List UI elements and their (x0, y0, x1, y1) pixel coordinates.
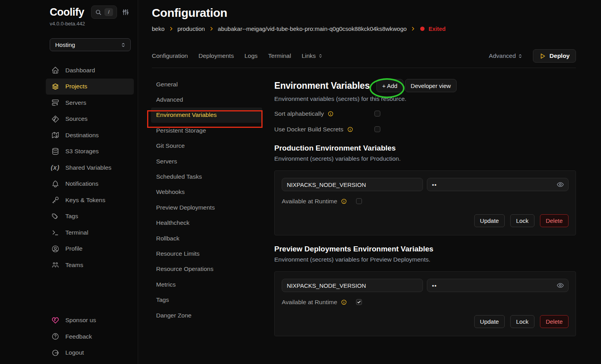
terminal-icon (51, 228, 59, 237)
subnav-item-metrics[interactable]: Metrics (151, 277, 262, 292)
env-key-input[interactable] (282, 178, 423, 191)
team-select[interactable]: Hosting (50, 38, 131, 51)
settings-subnav: General Advanced Environment Variables P… (151, 77, 262, 336)
environment-variables-panel: Environment Variables + Add Developer vi… (274, 77, 576, 336)
deploy-button[interactable]: Deploy (533, 49, 576, 63)
sidebar-item-label: Dashboard (65, 67, 95, 74)
sidebar-item-logout[interactable]: Logout (46, 345, 134, 361)
developer-view-button[interactable]: Developer view (405, 79, 457, 92)
sidebar-item-shared-variables[interactable]: (x) Shared Variables (46, 160, 134, 176)
sort-alphabetically-label: Sort alphabetically (274, 110, 324, 117)
subnav-item-scheduled-tasks[interactable]: Scheduled Tasks (151, 169, 262, 184)
tab-logs[interactable]: Logs (245, 52, 258, 59)
sort-alphabetically-row: Sort alphabetically (274, 110, 576, 118)
sidebar-item-label: Sponsor us (65, 317, 96, 324)
tab-terminal[interactable]: Terminal (268, 52, 291, 59)
sidebar-item-projects[interactable]: Projects (46, 79, 134, 95)
sidebar-item-profile[interactable]: Profile (46, 241, 134, 257)
subnav-item-resource-operations[interactable]: Resource Operations (151, 262, 262, 277)
coolify-app: Coolify / v4.0.0-beta.442 Hosting (0, 0, 601, 364)
runtime-label: Available at Runtime (282, 299, 337, 306)
sidebar-item-sources[interactable]: Sources (46, 111, 134, 127)
sidebar-item-servers[interactable]: Servers (46, 95, 134, 111)
docker-build-secrets-checkbox[interactable] (374, 126, 380, 132)
subnav-item-resource-limits[interactable]: Resource Limits (151, 246, 262, 261)
sort-alphabetically-checkbox[interactable] (374, 111, 380, 117)
play-icon (539, 53, 546, 59)
runtime-checkbox[interactable] (356, 299, 362, 305)
breadcrumb-resource[interactable]: abubakar--meigag/vid-tube-beko-pro:main-… (218, 25, 407, 32)
status-badge: Exited (428, 26, 446, 32)
env-var-card-production: Available at Runtime Update Lock Delete (274, 170, 576, 235)
update-button[interactable]: Update (474, 214, 505, 227)
tab-configuration[interactable]: Configuration (152, 52, 188, 59)
add-button[interactable]: + Add (376, 79, 403, 92)
sidebar-item-label: Projects (65, 83, 87, 90)
tab-links[interactable]: Links (302, 52, 323, 59)
subnav-item-advanced[interactable]: Advanced (151, 92, 262, 107)
deploy-label: Deploy (549, 52, 570, 59)
production-section-title: Production Environment Variables (274, 144, 576, 152)
env-key-input[interactable] (282, 279, 423, 292)
lock-button[interactable]: Lock (510, 315, 534, 328)
sidebar-item-label: Sources (65, 115, 88, 122)
info-icon[interactable] (327, 111, 334, 117)
section-title: Environment Variables (274, 81, 370, 91)
sidebar-nav: Dashboard Projects Servers Sources Desti… (0, 62, 138, 273)
tabs-row: Configuration Deployments Logs Terminal … (152, 49, 576, 63)
advanced-dropdown[interactable]: Advanced (489, 52, 523, 59)
chevron-selector-icon (120, 42, 126, 48)
advanced-label: Advanced (489, 52, 516, 59)
subnav-item-danger-zone[interactable]: Danger Zone (151, 308, 262, 323)
subnav-item-persistent-storage[interactable]: Persistent Storage (151, 123, 262, 138)
update-button[interactable]: Update (474, 315, 505, 328)
breadcrumb-environment[interactable]: production (178, 25, 205, 32)
sidebar-item-teams[interactable]: Teams (46, 257, 134, 273)
sidebar-footer: Sponsor us Feedback Logout (0, 312, 138, 361)
delete-button[interactable]: Delete (540, 315, 569, 328)
delete-button[interactable]: Delete (540, 214, 569, 227)
sidebar-item-destinations[interactable]: Destinations (46, 127, 134, 143)
env-value-input[interactable] (427, 178, 569, 191)
reveal-value-eye-icon[interactable] (556, 282, 564, 289)
env-value-input[interactable] (427, 279, 569, 292)
subnav-item-servers[interactable]: Servers (151, 154, 262, 169)
sidebar-item-feedback[interactable]: Feedback (46, 328, 134, 345)
subnav-item-rollback[interactable]: Rollback (151, 231, 262, 246)
lock-button[interactable]: Lock (510, 214, 534, 227)
info-icon[interactable] (341, 299, 347, 305)
status-dot-icon (420, 27, 425, 31)
docker-build-secrets-row: Use Docker Build Secrets (274, 126, 576, 133)
sidebar-item-label: Feedback (65, 333, 92, 340)
runtime-checkbox[interactable] (356, 198, 362, 204)
subnav-item-general[interactable]: General (151, 77, 262, 92)
info-icon[interactable] (341, 198, 347, 204)
runtime-row: Available at Runtime (282, 298, 569, 306)
sidebar-item-label: Profile (65, 245, 83, 252)
sidebar-item-keys-tokens[interactable]: Keys & Tokens (46, 192, 134, 208)
git-source-icon (51, 115, 59, 123)
sidebar-item-tags[interactable]: Tags (46, 208, 134, 225)
sidebar-item-dashboard[interactable]: Dashboard (46, 62, 134, 79)
sidebar-item-s3-storages[interactable]: S3 Storages (46, 143, 134, 160)
app-logo[interactable]: Coolify (50, 6, 84, 18)
subnav-item-webhooks[interactable]: Webhooks (151, 185, 262, 200)
subnav-item-tags[interactable]: Tags (151, 292, 262, 307)
reveal-value-eye-icon[interactable] (556, 181, 564, 188)
sidebar-item-sponsor-us[interactable]: Sponsor us (46, 312, 134, 329)
subnav-item-healthcheck[interactable]: Healthcheck (151, 215, 262, 231)
tab-deployments[interactable]: Deployments (198, 52, 234, 59)
info-icon[interactable] (347, 126, 353, 133)
subnav-item-preview-deployments[interactable]: Preview Deployments (151, 200, 262, 215)
subnav-item-environment-variables[interactable]: Environment Variables (151, 108, 262, 123)
breadcrumb-team[interactable]: beko (152, 25, 165, 32)
help-icon (51, 332, 59, 341)
sidebar-item-notifications[interactable]: Notifications (46, 176, 134, 192)
search-button[interactable]: / (91, 5, 117, 19)
settings-sliders-button[interactable] (122, 8, 130, 16)
subnav-item-git-source[interactable]: Git Source (151, 138, 262, 154)
sidebar-item-label: Terminal (65, 229, 88, 236)
sidebar-item-terminal[interactable]: Terminal (46, 224, 134, 241)
production-section-subtitle: Environment (secrets) variables for Prod… (274, 155, 576, 162)
sidebar-item-label: Destinations (65, 132, 99, 139)
